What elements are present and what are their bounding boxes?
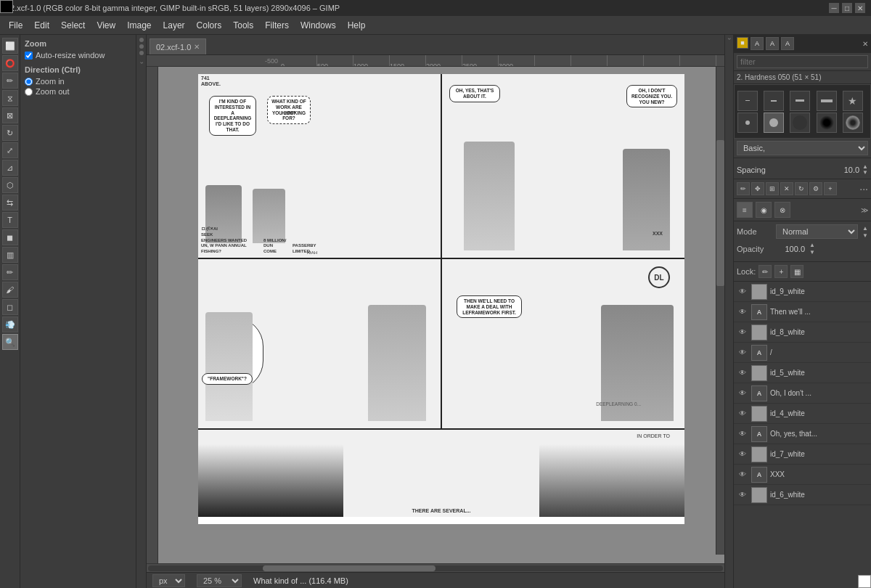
collapse-btn[interactable]: ‹ [138, 62, 145, 64]
tool-shear[interactable]: ⊿ [2, 160, 18, 176]
tool-bucket-fill[interactable]: ◼ [2, 229, 18, 245]
tool-crop[interactable]: ⊠ [2, 107, 18, 123]
layer-item[interactable]: 👁A/ [734, 343, 871, 363]
layer-item[interactable]: 👁id_7_white [734, 444, 871, 465]
filter-input[interactable] [737, 55, 868, 68]
more-options-btn[interactable]: ··· [859, 183, 868, 195]
layer-visibility-btn[interactable]: 👁 [737, 327, 748, 338]
brush-item-6[interactable] [737, 113, 758, 133]
background-color[interactable] [858, 575, 871, 588]
close-button[interactable]: ✕ [855, 3, 865, 13]
tool-scale[interactable]: ⤢ [2, 142, 18, 158]
zoom-in-radio[interactable] [25, 78, 33, 86]
brush-tool-refresh[interactable]: ↻ [795, 182, 808, 195]
horizontal-scrollbar[interactable] [147, 563, 724, 572]
layer-visibility-btn[interactable]: 👁 [737, 306, 748, 318]
lock-pencil[interactable]: ✏ [758, 265, 772, 278]
tool-gradient[interactable]: ▥ [2, 247, 18, 263]
brush-item-3[interactable] [790, 91, 810, 111]
menu-select[interactable]: Select [55, 19, 91, 32]
menu-tools[interactable]: Tools [227, 19, 259, 32]
layer-item[interactable]: 👁id_8_white [734, 322, 871, 343]
opacity-up[interactable]: ▲ [809, 242, 815, 248]
spacing-down[interactable]: ▼ [862, 170, 868, 176]
brush-name-select[interactable]: Basic, [737, 141, 868, 155]
layer-visibility-btn[interactable]: 👁 [737, 408, 748, 420]
menu-colors[interactable]: Colors [191, 19, 228, 32]
brush-tool-settings[interactable]: ⚙ [809, 182, 822, 195]
tool-flip[interactable]: ⇆ [2, 195, 18, 211]
layer-item[interactable]: 👁id_4_white [734, 404, 871, 424]
canvas-scroll[interactable]: 741 ABOVE. I'M KIND OF INTERESTED IN A D… [158, 67, 724, 563]
tool-rectangle-select[interactable]: ⬜ [2, 38, 18, 54]
layer-visibility-btn[interactable]: 👁 [737, 286, 748, 298]
layer-visibility-btn[interactable]: 👁 [737, 489, 748, 501]
layer-visibility-btn[interactable]: 👁 [737, 449, 748, 460]
tool-ellipse-select[interactable]: ⭕ [2, 55, 18, 71]
layers-list[interactable]: 👁id_9_white👁AThen we'll ...👁id_8_white👁A… [734, 282, 871, 588]
layer-visibility-btn[interactable]: 👁 [737, 388, 748, 399]
menu-file[interactable]: File [3, 19, 28, 32]
tool-eraser[interactable]: ◻ [2, 299, 18, 315]
brush-item-8[interactable] [790, 113, 810, 133]
layer-visibility-btn[interactable]: 👁 [737, 428, 748, 440]
vertical-scrollbar[interactable] [716, 67, 724, 555]
brush-tool-paint[interactable]: ✏ [737, 182, 750, 195]
mode-up[interactable]: ▲ [862, 225, 868, 232]
tool-rotate[interactable]: ↻ [2, 125, 18, 141]
layer-item[interactable]: 👁AOh, I don't ... [734, 383, 871, 404]
lock-grid[interactable]: ▦ [790, 265, 803, 278]
brush-item-1[interactable] [737, 91, 758, 111]
canvas-tab[interactable]: 02.xcf-1.0 ✕ [150, 38, 206, 54]
brush-mode-color[interactable]: ■ [737, 37, 748, 49]
menu-view[interactable]: View [91, 19, 121, 32]
tool-fuzzy-select[interactable]: ⧖ [2, 90, 18, 106]
menu-windows[interactable]: Windows [295, 19, 342, 32]
layer-visibility-btn[interactable]: 👁 [737, 469, 748, 481]
expand-btn[interactable]: › [726, 38, 733, 40]
brush-item-4[interactable] [817, 91, 837, 111]
brush-tool-move[interactable]: ✥ [751, 182, 764, 195]
auto-resize-checkbox[interactable] [25, 52, 33, 60]
unit-select[interactable]: px in cm [152, 574, 185, 587]
channels-tab[interactable]: ◉ [756, 202, 772, 218]
menu-edit[interactable]: Edit [28, 19, 55, 32]
layer-visibility-btn[interactable]: 👁 [737, 367, 748, 379]
brush-tool-delete[interactable]: ✕ [780, 182, 793, 195]
layer-visibility-btn[interactable]: 👁 [737, 347, 748, 359]
layers-tab[interactable]: ≡ [737, 202, 753, 218]
layer-item[interactable]: 👁id_6_white [734, 485, 871, 505]
opacity-down[interactable]: ▼ [809, 249, 815, 256]
brush-mode-a3[interactable]: A [781, 37, 794, 50]
mode-down[interactable]: ▼ [862, 232, 868, 239]
layer-item[interactable]: 👁id_9_white [734, 282, 871, 302]
brush-item-2[interactable] [764, 91, 784, 111]
zoom-select[interactable]: 25 % 50 % 100 % [197, 574, 242, 587]
brush-mode-a2[interactable]: A [766, 37, 779, 50]
menu-filters[interactable]: Filters [259, 19, 295, 32]
canvas-tab-close[interactable]: ✕ [194, 43, 200, 51]
paths-tab[interactable]: ⊗ [774, 202, 790, 218]
brush-item-9[interactable] [817, 113, 837, 133]
tool-perspective[interactable]: ⬡ [2, 177, 18, 193]
tool-text[interactable]: T [2, 212, 18, 228]
tool-paintbrush[interactable]: 🖌 [2, 282, 18, 298]
minimize-button[interactable]: ─ [829, 3, 839, 13]
zoom-out-radio[interactable] [25, 88, 33, 96]
layer-item[interactable]: 👁AXXX [734, 465, 871, 485]
maximize-button[interactable]: □ [842, 3, 852, 13]
lock-add[interactable]: + [774, 265, 788, 278]
brush-item-5[interactable]: ★ [843, 91, 863, 111]
menu-image[interactable]: Image [121, 19, 157, 32]
menu-layer[interactable]: Layer [158, 19, 191, 32]
brush-item-7[interactable] [764, 113, 784, 133]
brush-tool-add[interactable]: + [824, 182, 837, 195]
panel-expand[interactable]: ≫ [861, 206, 868, 214]
brush-item-10[interactable] [843, 113, 863, 133]
tool-zoom[interactable]: 🔍 [2, 334, 18, 350]
tool-airbrush[interactable]: 💨 [2, 317, 18, 332]
layer-item[interactable]: 👁AOh, yes, that... [734, 424, 871, 444]
mode-select[interactable]: Normal Multiply Screen [776, 224, 858, 239]
panel-close-btn[interactable]: ✕ [862, 40, 868, 48]
tool-pencil[interactable]: ✏ [2, 264, 18, 280]
